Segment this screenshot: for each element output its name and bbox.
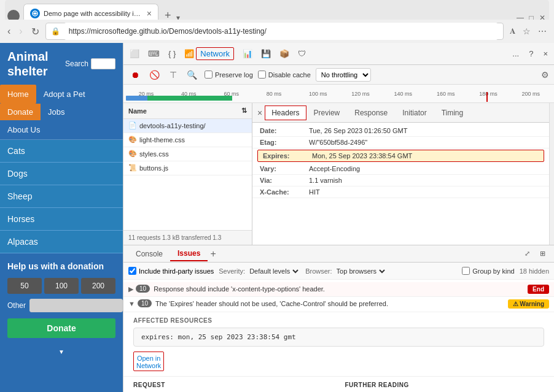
issue-row-1: ▶ 10 Response should include 'x-content-… [123,282,554,297]
header-via-name: Via: [260,177,309,184]
donation-50-button[interactable]: 50 [7,278,42,294]
horses-list-item[interactable]: Horses [0,208,123,231]
browser-more-button[interactable]: ⋯ [536,24,549,39]
response-tab[interactable]: Response [347,105,395,121]
tab-close-button[interactable]: × [147,9,152,18]
devtools-close-button[interactable]: × [539,47,552,61]
devtools-toolbar: ⬜ ⌨ { } 📶 Network 📊 💾 📦 🛡 ... ? × [123,43,554,65]
preserve-log-checkbox[interactable] [205,71,213,79]
address-input[interactable] [64,23,498,40]
record-button[interactable]: ⏺ [128,69,142,81]
memory-tool-button[interactable]: 💾 [257,47,275,61]
headers-tab[interactable]: Headers [265,106,306,120]
bottom-expand-button[interactable]: ⤢ [521,247,534,260]
header-vary-name: Vary: [260,165,309,172]
network-stats: 11 requests 1.3 kB transferred 1.3 [128,234,221,241]
console-tab-button[interactable]: Console [128,247,170,261]
search-button[interactable]: 🔍 [184,69,200,81]
back-button[interactable]: ‹ [5,23,13,39]
preserve-log-label[interactable]: Preserve log [205,71,253,79]
forward-button[interactable]: › [17,23,25,39]
refresh-button[interactable]: ↻ [29,23,42,40]
performance-tool-button[interactable]: 📊 [239,47,256,61]
clear-button[interactable]: 🚫 [147,69,162,81]
donate-button[interactable]: Donate [7,318,115,338]
issue-expander-2[interactable]: ▼ [128,300,135,307]
alpacas-list-item[interactable]: Alpacas [0,231,123,253]
add-tab-button[interactable]: + [208,248,218,259]
header-vary-value: Accept-Encoding [309,165,542,172]
header-expires-name: Expires: [263,152,312,159]
read-aloud-button[interactable]: 𝐀 [507,24,518,39]
issues-tab-button[interactable]: Issues [170,247,208,261]
adopt-nav-button[interactable]: Adopt a Pet [36,85,93,104]
network-item-name-3: styles.css [139,150,247,158]
about-nav-item[interactable]: About Us [0,120,123,140]
initiator-tab[interactable]: Initiator [395,105,434,121]
issue-badge-2: ⚠ Warning [508,299,549,309]
devtools-split: Name ⇅ 📄 devtools-a11y-testing/ 🎨 light-… [123,103,554,245]
site-nav-top: Home Adopt a Pet [0,85,123,104]
bottom-dock-button[interactable]: ⊞ [536,247,549,260]
network-item-styles[interactable]: 🎨 styles.css [123,147,252,161]
headers-panel-close-button[interactable]: × [255,106,265,120]
home-nav-button[interactable]: Home [0,85,36,104]
severity-select[interactable]: Default levels [247,265,300,277]
donation-100-button[interactable]: 100 [44,278,79,294]
devtools-more: ... ? × [509,47,552,61]
search-label: Search [65,60,88,68]
site-search-input[interactable] [91,58,115,69]
header-date-value: Tue, 26 Sep 2023 01:26:50 GMT [309,127,542,134]
application-tool-button[interactable]: 📦 [276,47,293,61]
devtools-more-button[interactable]: ... [509,47,523,61]
css-file-icon: 🎨 [128,136,137,144]
cats-list-item[interactable]: Cats [0,140,123,163]
issues-toolbar: Include third-party issues Severity: Def… [123,263,554,280]
browser-label: Browser: Top browsers [305,265,386,277]
devtools-settings-button[interactable]: ⚙ [541,70,549,80]
headers-scrollbar[interactable] [549,103,554,245]
group-by-kind-checkbox[interactable] [462,267,470,275]
security-tool-button[interactable]: 🛡 [294,47,310,61]
issue-expander-1[interactable]: ▶ [128,285,133,293]
donation-200-button[interactable]: 200 [81,278,115,294]
issue-text-1: Response should include 'x-content-type-… [154,285,528,294]
network-item-buttons[interactable]: 📜 buttons.js [123,161,252,175]
console-tool-button[interactable]: ⌨ [144,47,163,61]
browser-select[interactable]: Top browsers [334,265,387,277]
issues-content: ▶ 10 Response should include 'x-content-… [123,280,554,392]
timing-tab[interactable]: Timing [434,105,471,121]
network-tool-button[interactable]: 📶 Network [181,45,238,63]
issue-number-2: 10 [138,299,152,307]
donate-nav-button[interactable]: Donate [0,104,41,120]
sheep-list-item[interactable]: Sheep [0,185,123,208]
open-in-network-button[interactable]: Open inNetwork [136,355,161,369]
disable-cache-label[interactable]: Disable cache [258,71,311,79]
include-third-party-label[interactable]: Include third-party issues [128,267,214,275]
devtools-main-area: Name ⇅ 📄 devtools-a11y-testing/ 🎨 light-… [123,103,554,392]
sources-tool-button[interactable]: { } [165,47,179,61]
sidebar-scroll-down[interactable]: ▼ [0,345,123,358]
site-sidebar: Animal shelter Search Home Adopt a Pet D… [0,43,123,392]
add-to-favorites-button[interactable]: ☆ [520,24,533,39]
network-sort-button[interactable]: ⇅ [241,107,247,115]
devtools-help-button[interactable]: ? [525,47,537,61]
throttle-select[interactable]: No throttling [316,68,371,82]
network-item-light-theme[interactable]: 🎨 light-theme.css [123,133,252,147]
donation-other-input[interactable] [29,299,123,312]
site-search-area: Search [65,58,115,69]
elements-tool-button[interactable]: ⬜ [126,47,143,61]
header-etag-row: Etag: W/"650bf58d-2496" [252,137,549,148]
jobs-nav-button[interactable]: Jobs [41,104,72,120]
further-section: REQUEST https://microsoftedge.github.io/… [123,376,554,392]
request-section-title: REQUEST [133,382,333,388]
include-third-party-checkbox[interactable] [128,267,136,275]
preview-tab[interactable]: Preview [306,105,348,121]
network-footer: 11 requests 1.3 kB transferred 1.3 [123,230,252,245]
donation-other-row: Other [7,299,115,312]
network-item-devtools[interactable]: 📄 devtools-a11y-testing/ [123,119,252,133]
disable-cache-checkbox[interactable] [258,71,266,79]
file-icon: 📄 [128,121,137,130]
dogs-list-item[interactable]: Dogs [0,163,123,185]
filter-button[interactable]: ⊤ [167,69,179,81]
